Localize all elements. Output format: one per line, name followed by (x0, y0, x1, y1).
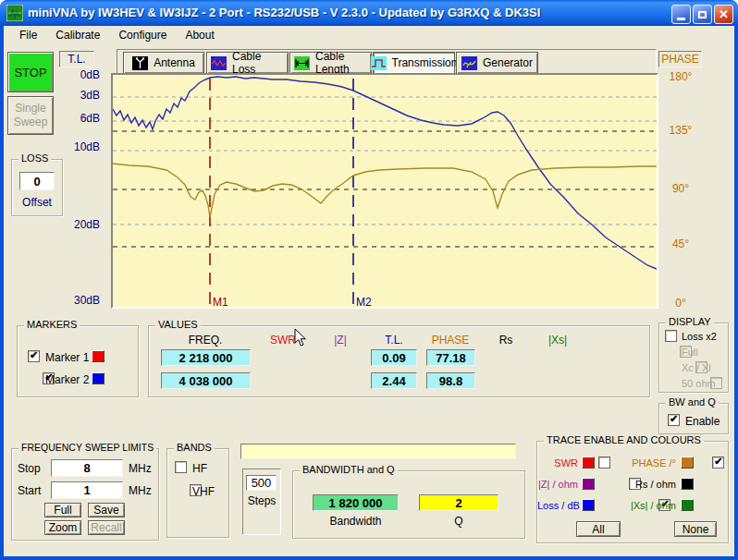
trace-xs-swatch[interactable] (681, 499, 694, 511)
loss-x2-checkbox[interactable]: ✔ (665, 330, 677, 342)
bw-and-q-caption: BW and Q (666, 396, 719, 408)
marker1-checkbox[interactable]: ✔ (28, 350, 40, 362)
start-frequency-input[interactable] (51, 481, 123, 499)
loss-offset-input[interactable] (19, 172, 55, 190)
antenna-icon (132, 56, 148, 70)
menu-bar: File Calibrate Configure About (4, 26, 734, 44)
minimize-button[interactable] (671, 5, 691, 24)
tl-tick-0db: 0dB (57, 68, 100, 81)
antenna-button[interactable]: Antenna (123, 52, 204, 74)
app-window: miniVNA by IW3HEV & IW3IJZ - 2 Port - RS… (0, 0, 738, 560)
bands-group-caption: BANDS (174, 442, 215, 453)
marker2-color-swatch[interactable] (92, 372, 105, 384)
tl-tick-30db: 30dB (57, 294, 100, 307)
vhf-label: VHF (192, 485, 215, 498)
generator-button[interactable]: Generator (456, 52, 538, 74)
tl-tick-3db: 3dB (57, 89, 100, 102)
bw-enable-checkbox[interactable]: ✔ (668, 414, 680, 426)
freq-value-m1: 2 218 000 (161, 349, 251, 366)
trace-all-button[interactable]: All (576, 521, 621, 537)
minimize-icon (677, 18, 685, 20)
values-group-caption: VALUES (155, 319, 201, 330)
mouse-cursor (294, 328, 307, 350)
trace-phase-swatch[interactable] (681, 457, 694, 469)
header-freq: FREQ. (184, 334, 227, 347)
stop-button[interactable]: STOP (7, 52, 54, 92)
header-xs: |Xs| (543, 334, 572, 347)
chart-plot[interactable]: M1M2 (111, 73, 658, 309)
bandwidth-value: 1 820 000 (313, 494, 399, 511)
zoom-button[interactable]: Zoom (44, 520, 81, 535)
single-sweep-button[interactable]: Single Sweep (7, 96, 54, 135)
tl-tick-6db: 6dB (57, 112, 100, 125)
loss-x2-label: Loss x2 (682, 331, 717, 342)
phase-axis-title: PHASE (658, 51, 702, 67)
hf-checkbox[interactable] (175, 461, 187, 473)
steps-input[interactable] (246, 475, 277, 491)
marker1-color-swatch[interactable] (92, 350, 105, 362)
start-label: Start (18, 484, 41, 497)
stop-frequency-input[interactable] (51, 459, 123, 477)
freq-value-m2: 4 038 000 (161, 372, 251, 389)
trace-loss-swatch[interactable] (582, 499, 595, 511)
stop-label: Stop (18, 462, 41, 475)
window-title: miniVNA by IW3HEV & IW3IJZ - 2 Port - RS… (28, 6, 540, 19)
cable-length-icon (294, 56, 310, 70)
maximize-button[interactable] (693, 5, 712, 24)
trace-group: TRACE ENABLE AND COLOURS SWR PHASE /° ✔ … (536, 441, 729, 543)
close-icon: ✕ (719, 8, 729, 20)
full-span-button[interactable]: Full (44, 503, 81, 517)
menu-configure[interactable]: Configure (111, 27, 174, 43)
tl-axis-title: T.L. (59, 51, 94, 67)
frequency-sweep-caption: FREQUENCY SWEEP LIMITS (18, 442, 156, 453)
steps-panel: Steps (242, 469, 281, 535)
trace-loss-label: Loss / dB (537, 500, 578, 511)
save-button[interactable]: Save (88, 503, 125, 517)
bandwidth-group-caption: BANDWIDTH and Q (300, 464, 398, 475)
chart-svg: M1M2 (113, 75, 657, 307)
phase-trace (113, 77, 657, 269)
values-group: VALUES FREQ. SWR |Z| T.L. PHASE Rs |Xs| … (148, 325, 650, 397)
cable-length-button[interactable]: Cable Length (289, 52, 372, 74)
q-label: Q (419, 515, 498, 528)
display-group: DISPLAY ✔ Loss x2 Full Xc / Xl 50 ohm (658, 323, 729, 393)
full-label: Full (682, 347, 698, 358)
phase-tick-135: 135° (660, 124, 701, 137)
trace-rs-swatch[interactable] (681, 478, 694, 490)
tl-tick-20db: 20dB (57, 218, 100, 231)
trace-swr-swatch[interactable] (582, 457, 595, 469)
tl-tick-10db: 10dB (57, 140, 100, 153)
trace-none-button[interactable]: None (674, 521, 717, 537)
transmission-button[interactable]: Transmission (373, 52, 455, 74)
trace-z-swatch[interactable] (582, 478, 595, 490)
marker2-label: Marker 2 (45, 373, 89, 386)
app-icon (6, 5, 23, 21)
markers-group: MARKERS ✔ Marker 1 ✔ Marker 2 (17, 325, 139, 397)
fifty-ohm-label: 50 ohm (682, 378, 716, 389)
phase-tick-90: 90° (660, 182, 701, 195)
title-bar: miniVNA by IW3HEV & IW3IJZ - 2 Port - RS… (0, 0, 738, 26)
steps-label: Steps (243, 494, 280, 507)
phase-tick-180: 180° (660, 70, 701, 83)
trace-swr-checkbox[interactable] (598, 457, 610, 469)
phase-value-m1: 77.18 (426, 349, 475, 366)
phase-tick-45: 45° (660, 237, 701, 250)
cable-loss-icon (211, 56, 227, 70)
menu-about[interactable]: About (178, 27, 221, 43)
header-tl: T.L. (380, 334, 408, 347)
message-bar[interactable] (240, 444, 516, 459)
menu-calibrate[interactable]: Calibrate (48, 27, 107, 43)
start-unit-label: MHz (129, 484, 152, 497)
bw-enable-label: Enable (685, 415, 720, 428)
trace-phase-label: PHASE /° (622, 457, 676, 469)
recall-button[interactable]: Recall (88, 520, 125, 535)
bands-group: BANDS HF VHF (166, 448, 229, 538)
trace-swr-label: SWR (537, 457, 578, 469)
close-button[interactable]: ✕ (714, 5, 733, 24)
trace-phase-checkbox[interactable]: ✔ (712, 457, 724, 469)
loss-offset-label: Offset (12, 196, 62, 209)
xc-xl-label: Xc / Xl (682, 362, 711, 373)
cable-loss-button[interactable]: Cable Loss (206, 52, 289, 74)
menu-file[interactable]: File (12, 27, 44, 43)
header-phase: PHASE (430, 334, 471, 347)
